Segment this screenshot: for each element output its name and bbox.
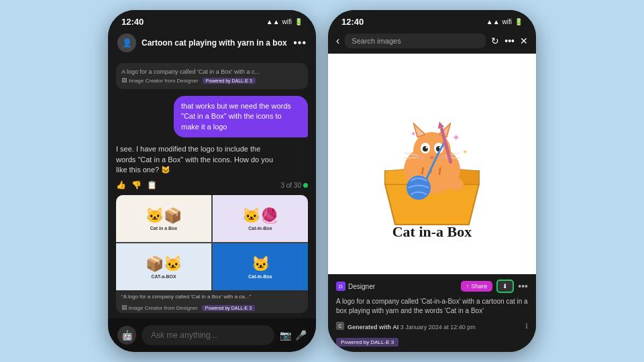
viewer-more-button[interactable]: •••: [504, 36, 515, 46]
content-credentials-row: C Generated with AI 3 January 2024 at 12…: [336, 320, 528, 332]
viewer-header: ‹ Search images ↻ ••• ✕: [328, 29, 536, 54]
designer-label: Designer: [348, 283, 375, 290]
status-time-left: 12:40: [121, 17, 144, 27]
mic-button[interactable]: 🎤: [295, 330, 307, 341]
generated-with-label: Generated with AI: [347, 324, 398, 330]
page-count: 3 of 30: [280, 182, 308, 189]
wifi-icon: wifi: [282, 18, 292, 25]
copilot-button[interactable]: 🤖: [117, 326, 136, 345]
chat-input[interactable]: Ask me anything...: [142, 325, 274, 345]
cat-icon-4: 🐱: [252, 255, 270, 273]
logo-label-4: Cat-in-Box: [248, 274, 272, 279]
cat-icon-2: 🐱🧶: [242, 207, 278, 225]
battery-icon: 🔋: [294, 18, 303, 25]
status-bar-right: 12:40 ▲▲ wifi 🔋: [328, 10, 536, 29]
svg-point-24: [417, 156, 425, 160]
header-more-button[interactable]: •••: [293, 37, 307, 49]
avatar: 👤: [117, 34, 136, 52]
thumbs-up-button[interactable]: 👍: [116, 180, 126, 190]
signal-icon-right: ▲▲: [486, 18, 500, 25]
input-right-icons: 📷 🎤: [280, 330, 307, 341]
logo-grid: 🐱📦 Cat in a Box 🐱🧶 Cat-In-Box 📦🐱 CAT-a-B…: [116, 195, 308, 290]
dalle-badge-info: Powered by DALL-E 3: [336, 338, 398, 347]
cat-logo-image: ✦ ✦ ✦ Cat in‑a Box: [358, 90, 506, 238]
logo-label-2: Cat-In-Box: [248, 226, 272, 231]
chat-area: A logo for a company called 'Cat in a Bo…: [108, 58, 316, 318]
refresh-button[interactable]: ↻: [491, 36, 499, 46]
image-display: ✦ ✦ ✦ Cat in‑a Box: [328, 54, 536, 274]
svg-point-33: [449, 178, 454, 184]
svg-point-25: [439, 156, 447, 160]
status-icons-left: ▲▲ wifi 🔋: [266, 18, 303, 25]
signal-icon: ▲▲: [266, 18, 280, 25]
logo-cell-2[interactable]: 🐱🧶 Cat-In-Box: [213, 195, 308, 242]
gen-date: 3 January 2024 at 12:40 pm: [400, 324, 476, 330]
thumbs-down-button[interactable]: 👎: [131, 180, 142, 190]
close-button[interactable]: ✕: [520, 36, 528, 46]
info-more-button[interactable]: •••: [518, 281, 528, 292]
grid-caption-text: "A logo for a company called 'Cat in a B…: [121, 294, 251, 300]
image-preview-card: A logo for a company called 'Cat in a Bo…: [116, 63, 308, 89]
svg-marker-28: [436, 120, 444, 128]
back-button[interactable]: ‹: [336, 35, 339, 47]
svg-point-34: [456, 178, 462, 184]
grid-caption: "A logo for a company called 'Cat in a B…: [116, 290, 308, 303]
image-description: A logo for a company called 'Cat-in-a-Bo…: [336, 297, 528, 316]
logo-label-3: CAT-a-BOX: [151, 274, 176, 279]
input-placeholder: Ask me anything...: [151, 330, 217, 340]
preview-badges: 🖼 Image Creator from Designer Powered by…: [121, 78, 303, 84]
logo-cell-1[interactable]: 🐱📦 Cat in a Box: [116, 195, 211, 242]
input-bar: 🤖 Ask me anything... 📷 🎤: [108, 318, 316, 352]
dalle-badge-top: Powered by DALL-E 3: [203, 78, 256, 84]
credentials-icon: C: [336, 322, 344, 330]
logo-label-1: Cat in a Box: [150, 226, 177, 231]
logo-cell-3[interactable]: 📦🐱 CAT-a-BOX: [116, 243, 211, 290]
ai-message-actions: 👍 👎 📋 3 of 30: [108, 179, 316, 192]
svg-text:Cat in‑a Box: Cat in‑a Box: [392, 223, 472, 238]
left-phone: 12:40 ▲▲ wifi 🔋 👤 Cartoon cat playing wi…: [108, 10, 316, 352]
status-bar-left: 12:40 ▲▲ wifi 🔋: [108, 10, 316, 29]
chat-header: 👤 Cartoon cat playing with yarn in a box…: [108, 29, 316, 58]
svg-text:✦: ✦: [462, 148, 468, 156]
grid-badges: 🖼 Image Creator from Designer Powered by…: [116, 303, 308, 313]
info-icon: ℹ: [525, 322, 528, 330]
viewer-header-actions: ↻ ••• ✕: [491, 36, 528, 46]
download-button[interactable]: ⬇: [496, 280, 514, 293]
svg-text:✦: ✦: [411, 130, 416, 137]
logo-grid-container: 🐱📦 Cat in a Box 🐱🧶 Cat-In-Box 📦🐱 CAT-a-B…: [116, 195, 308, 313]
preview-label: A logo for a company called 'Cat in a Bo…: [121, 68, 303, 75]
chat-title: Cartoon cat playing with yarn in a box: [142, 38, 288, 48]
share-button[interactable]: ↑ Share: [461, 281, 493, 292]
copy-button[interactable]: 📋: [147, 180, 157, 190]
page-count-text: 3 of 30: [280, 182, 301, 189]
search-placeholder: Search images: [352, 37, 400, 45]
user-message-text: that works but we need the words "Cat in…: [181, 102, 291, 131]
search-bar[interactable]: Search images: [345, 34, 486, 48]
user-message-bubble: that works but we need the words "Cat in…: [174, 96, 308, 137]
image-creator-badge: 🖼 Image Creator from Designer: [121, 78, 199, 84]
camera-button[interactable]: 📷: [280, 330, 291, 341]
svg-point-17: [426, 146, 428, 148]
info-top-row: D Designer ↑ Share ⬇ •••: [336, 280, 528, 293]
cat-icon-3: 📦🐱: [146, 255, 182, 273]
ai-message-text: I see. I have modified the logo to inclu…: [116, 145, 273, 174]
credentials-text: Generated with AI 3 January 2024 at 12:4…: [347, 320, 476, 332]
share-label: Share: [471, 283, 487, 290]
logo-cell-4[interactable]: 🐱 Cat-in-Box: [213, 243, 308, 290]
cred-label: Generated with AI 3 January 2024 at 12:4…: [347, 324, 476, 330]
copilot-icon: 🤖: [121, 330, 133, 341]
ai-message-bubble: I see. I have modified the logo to inclu…: [108, 140, 282, 179]
grid-dalle-badge: Powered by DALL-E 3: [202, 305, 255, 311]
grid-badge-left: 🖼 Image Creator from Designer: [121, 305, 198, 311]
status-time-right: 12:40: [341, 17, 364, 27]
designer-badge: D Designer: [336, 282, 375, 291]
battery-icon-right: 🔋: [515, 18, 523, 25]
status-icons-right: ▲▲ wifi 🔋: [486, 18, 523, 25]
right-phone: 12:40 ▲▲ wifi 🔋 ‹ Search images ↻ ••• ✕: [328, 10, 536, 352]
info-panel: D Designer ↑ Share ⬇ ••• A logo for a co…: [328, 274, 536, 352]
cat-icon-1: 🐱📦: [146, 207, 182, 225]
download-icon: ⬇: [502, 283, 508, 290]
svg-text:✦: ✦: [452, 132, 460, 143]
share-icon: ↑: [466, 283, 470, 290]
designer-icon: D: [336, 282, 345, 291]
